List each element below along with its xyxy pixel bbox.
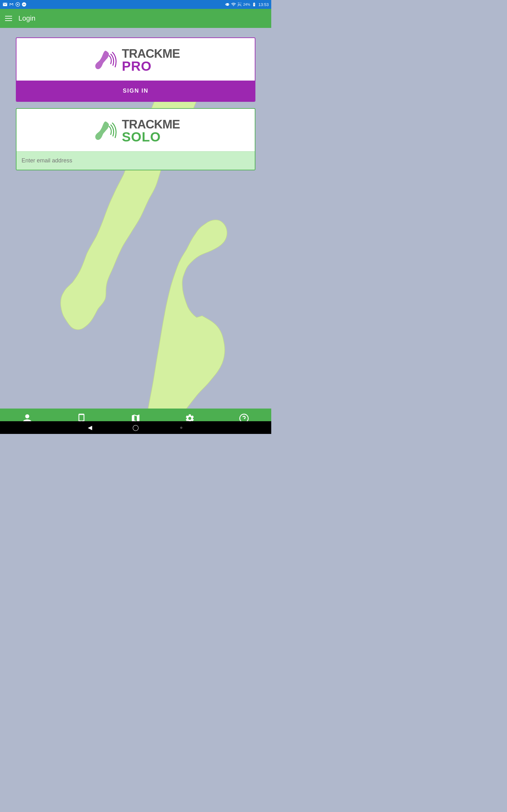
svg-point-0 [17, 4, 18, 5]
home-button[interactable]: ◯ [132, 424, 139, 432]
battery-icon [251, 2, 257, 7]
pro-brand-icon [92, 48, 117, 73]
vibrate-icon [225, 2, 230, 7]
pro-logo-area: TRACKME PRO [16, 38, 255, 81]
wifi-icon [231, 2, 236, 7]
content-area: TRACKME PRO SIGN IN TRACKME SOLO [0, 28, 271, 409]
status-bar: 24% 13:53 [0, 0, 271, 9]
app-bar: Login [0, 9, 271, 28]
solo-text: TRACKME SOLO [122, 118, 180, 144]
trackme-solo-card: TRACKME SOLO [16, 108, 256, 170]
status-bar-right: 24% 13:53 [225, 2, 269, 7]
status-bar-left [3, 2, 26, 7]
no-signal-icon [237, 2, 242, 7]
mail-icon [3, 2, 8, 7]
battery-text: 24% [243, 3, 250, 6]
time-display: 13:53 [258, 2, 269, 7]
trackme-pro-card: TRACKME PRO SIGN IN [16, 38, 256, 102]
solo-logo-area: TRACKME SOLO [16, 109, 255, 151]
menu-button[interactable] [5, 16, 12, 21]
back-button[interactable]: ◀ [86, 424, 94, 432]
system-nav-bar: ◀ ◯ ▫ [0, 421, 271, 434]
pro-text: TRACKME PRO [122, 48, 180, 73]
photos-icon [15, 2, 20, 7]
dnd-icon [21, 2, 26, 7]
solo-brand-name: TRACKME [122, 118, 180, 131]
svg-rect-1 [254, 3, 255, 5]
recents-button[interactable]: ▫ [177, 424, 185, 432]
solo-product-label: SOLO [122, 131, 180, 144]
pro-product-label: PRO [122, 60, 180, 73]
email-input[interactable] [16, 151, 255, 170]
gmail-icon [9, 2, 14, 7]
pro-brand-name: TRACKME [122, 48, 180, 60]
sign-in-button[interactable]: SIGN IN [16, 81, 255, 101]
page-title: Login [18, 14, 36, 22]
solo-brand-icon [92, 118, 117, 144]
